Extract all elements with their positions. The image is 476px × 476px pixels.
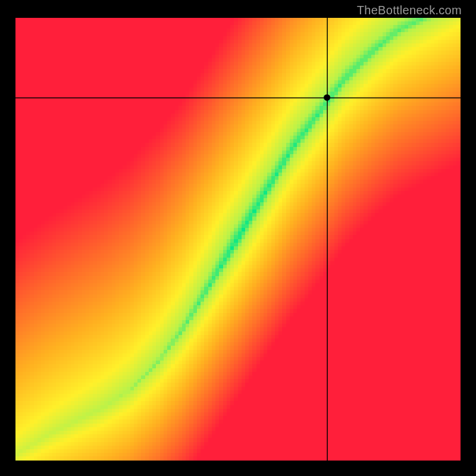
bottleneck-heatmap xyxy=(15,18,461,461)
chart-container: TheBottleneck.com xyxy=(0,0,476,476)
watermark-text: TheBottleneck.com xyxy=(357,4,462,17)
